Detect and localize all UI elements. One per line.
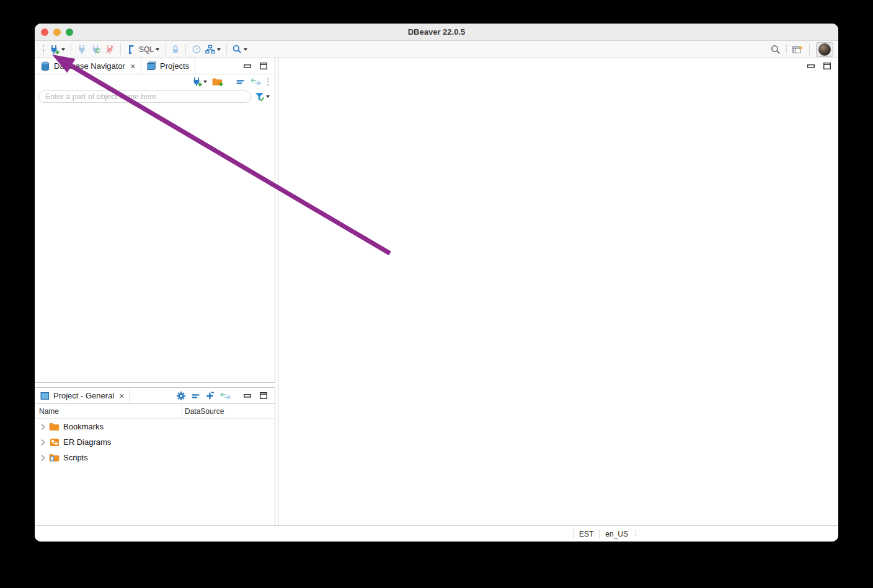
panel-controls: [236, 388, 275, 403]
column-header-datasource[interactable]: DataSource: [182, 407, 275, 416]
new-database-connection-button[interactable]: [47, 43, 67, 56]
titlebar: DBeaver 22.0.5: [35, 24, 838, 41]
close-tab-icon[interactable]: ×: [119, 392, 124, 400]
link-with-editor-button[interactable]: [218, 392, 233, 400]
tab-project-general[interactable]: Project - General ×: [35, 388, 130, 403]
chevron-down-icon: [266, 95, 270, 98]
gear-icon: [176, 391, 186, 401]
disconnect-button[interactable]: [103, 43, 117, 56]
new-folder-button[interactable]: [211, 76, 224, 87]
minimize-panel-icon[interactable]: [807, 64, 815, 68]
collapse-all-icon: [236, 77, 245, 86]
toolbar-separator: [185, 45, 186, 55]
desktop-background: DBeaver 22.0.5: [0, 0, 873, 588]
close-tab-icon[interactable]: ×: [130, 62, 135, 71]
navigator-filter-row: [35, 89, 275, 104]
minimize-panel-icon[interactable]: [244, 394, 251, 398]
projects-icon: [147, 61, 156, 71]
data-transfer-icon: [205, 45, 215, 54]
project-tree: ★ Bookmarks: [35, 419, 275, 525]
navigator-new-connection-button[interactable]: [190, 76, 208, 87]
traffic-lights: [41, 24, 73, 40]
maximize-panel-icon[interactable]: [823, 63, 831, 69]
sql-editor-label: SQL: [139, 45, 154, 54]
lock-icon: [171, 45, 180, 54]
toolbar-separator: [120, 44, 121, 55]
open-perspective-button[interactable]: ★: [791, 43, 805, 56]
collapse-all-button[interactable]: [234, 77, 246, 87]
tab-projects[interactable]: Projects: [141, 58, 195, 74]
minimize-window-button[interactable]: [53, 29, 61, 36]
bookmarks-folder-icon: ★: [49, 422, 60, 431]
database-navigator-panel: Database Navigator × Projects: [35, 58, 275, 383]
project-settings-button[interactable]: [175, 390, 187, 402]
horizontal-splitter[interactable]: [35, 383, 275, 387]
sql-script-icon: [126, 45, 136, 55]
lock-button[interactable]: [169, 43, 182, 55]
main-toolbar: SQL: [35, 41, 838, 58]
zoom-window-button[interactable]: [66, 29, 73, 36]
project-table-header: Name DataSource: [35, 404, 275, 419]
dashboard-button[interactable]: [190, 43, 203, 55]
tree-row-bookmarks[interactable]: ★ Bookmarks: [35, 419, 275, 434]
window-title: DBeaver 22.0.5: [35, 27, 838, 37]
locale-indicator[interactable]: en_US: [600, 530, 634, 538]
toolbar-separator: [165, 45, 166, 55]
search-icon: [233, 45, 242, 54]
user-avatar: [818, 43, 831, 56]
toolbar-separator: [809, 44, 810, 55]
search-objects-button[interactable]: [231, 43, 249, 55]
project-general-panel: Project - General ×: [35, 387, 275, 525]
column-header-name[interactable]: Name: [35, 404, 182, 418]
view-menu-button[interactable]: [265, 77, 271, 87]
tree-item-label: Scripts: [63, 453, 88, 462]
vertical-dots-icon: [267, 77, 270, 86]
reconnect-plug-icon: [91, 45, 101, 55]
link-with-editor-button[interactable]: [249, 77, 263, 86]
filter-settings-button[interactable]: [254, 92, 271, 102]
tab-label: Database Navigator: [54, 61, 125, 71]
search-icon: [771, 45, 781, 55]
panel-controls: [236, 58, 275, 74]
editor-controls: [807, 63, 831, 69]
reconnect-button[interactable]: [89, 43, 103, 56]
link-editor-icon: [219, 392, 231, 400]
tree-item-label: ER Diagrams: [63, 437, 111, 447]
tab-label: Project - General: [53, 391, 114, 400]
maximize-panel-icon[interactable]: [260, 392, 267, 399]
database-icon: [40, 61, 50, 71]
statusbar-separator: [635, 530, 636, 538]
toolbar-drag-handle[interactable]: [43, 45, 44, 55]
disconnect-plug-icon: [105, 45, 115, 55]
object-filter-input[interactable]: [38, 90, 251, 103]
dashboard-gauge-icon: [192, 45, 202, 54]
timezone-indicator[interactable]: EST: [574, 530, 599, 538]
expand-chevron-icon[interactable]: [40, 454, 46, 462]
expand-chevron-icon[interactable]: [40, 423, 46, 431]
collapse-all-icon: [191, 392, 200, 400]
new-folder-icon: [212, 77, 223, 87]
tree-row-scripts[interactable]: Scripts: [35, 450, 275, 465]
tree-row-er-diagrams[interactable]: ER Diagrams: [35, 434, 275, 450]
project-icon: [40, 392, 50, 400]
data-transfer-button[interactable]: [203, 43, 223, 55]
expand-chevron-icon[interactable]: [40, 439, 46, 446]
left-panel-column: Database Navigator × Projects: [35, 58, 275, 525]
er-diagrams-icon: [49, 438, 60, 447]
dbeaver-window: DBeaver 22.0.5: [35, 24, 838, 542]
maximize-panel-icon[interactable]: [260, 63, 267, 69]
navigator-tree[interactable]: [35, 104, 275, 382]
close-window-button[interactable]: [41, 29, 48, 36]
user-account-button[interactable]: [816, 42, 833, 57]
collapse-all-button[interactable]: [190, 391, 202, 401]
expand-all-button[interactable]: [204, 390, 216, 401]
chevron-down-icon: [156, 48, 159, 51]
minimize-panel-icon[interactable]: [244, 64, 251, 68]
tab-database-navigator[interactable]: Database Navigator ×: [35, 58, 141, 74]
global-search-button[interactable]: [769, 43, 782, 56]
new-sql-editor-button[interactable]: SQL: [125, 43, 161, 56]
chevron-down-icon: [203, 81, 207, 83]
project-tab-row: Project - General ×: [35, 388, 275, 404]
connect-button[interactable]: [75, 43, 89, 56]
tree-item-label: Bookmarks: [63, 422, 104, 431]
